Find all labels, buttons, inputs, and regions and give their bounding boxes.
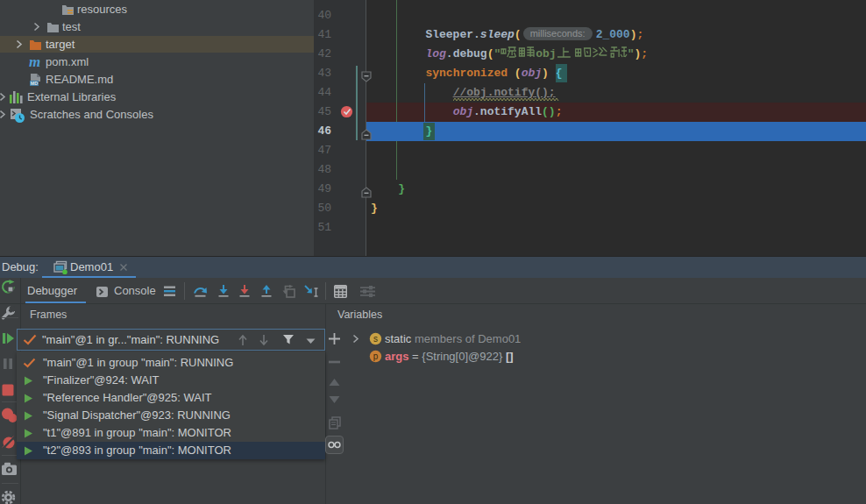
svg-text:s: s <box>373 334 378 344</box>
svg-text:p: p <box>373 351 379 361</box>
svg-text:MD: MD <box>31 81 39 86</box>
